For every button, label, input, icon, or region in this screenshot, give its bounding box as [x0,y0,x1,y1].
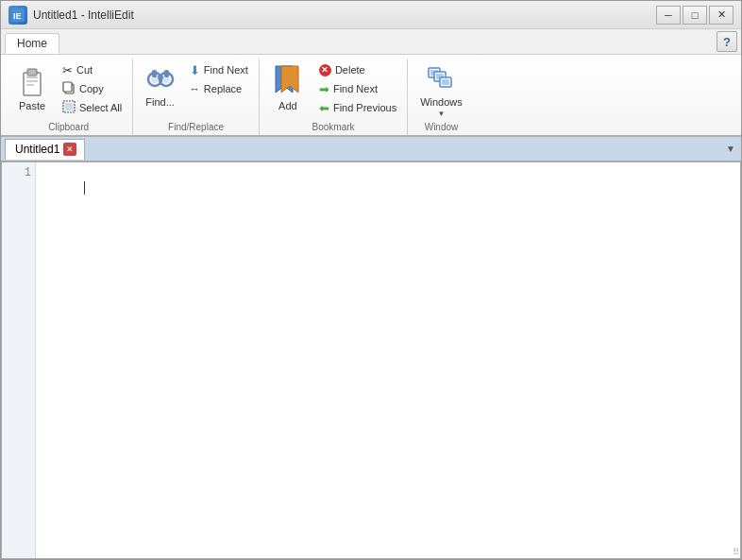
document-tab-label: Untitled1 [15,143,59,156]
clipboard-group: Paste ✂ Cut Co [5,59,133,135]
find-replace-label: Find/Replace [139,120,253,135]
bookmark-icon [272,64,304,98]
add-bookmark-button[interactable]: Add [265,60,311,117]
line-number-1: 1 [2,166,31,179]
copy-icon [62,81,76,96]
bookmark-small-col: ✕ Delete ➡ Find Next ⬅ Find Previous [314,60,401,117]
svg-rect-4 [26,76,38,78]
help-button[interactable]: ? [717,31,737,52]
window-content: Windows ▼ [413,59,469,120]
tab-close-button[interactable]: ✕ [63,143,76,156]
close-button[interactable]: ✕ [709,6,734,25]
replace-icon: ↔ [190,83,200,94]
paste-button[interactable]: Paste [10,60,54,117]
svg-rect-3 [27,69,37,76]
green-arrow-right-icon: ➡ [319,82,329,96]
binoculars-icon [146,64,175,94]
find-button[interactable]: Find... [139,60,181,117]
delete-bookmark-button[interactable]: ✕ Delete [314,60,401,79]
find-replace-group: Find... ⬇ Find Next ↔ Replace Find/Repla… [133,59,260,135]
windows-button[interactable]: Windows ▼ [413,60,469,117]
editor-container: 1 [1,161,741,559]
bookmark-label: Bookmark [265,120,401,135]
replace-button[interactable]: ↔ Replace [185,79,253,98]
scissors-icon: ✂ [62,63,73,77]
find-next-icon: ⬇ [190,63,200,77]
select-all-icon [62,100,76,115]
editor-content[interactable] [36,162,740,558]
svg-rect-6 [26,84,34,86]
green-arrow-left-icon: ⬅ [319,101,329,115]
find-next-bookmark-button[interactable]: ➡ Find Next [314,79,401,98]
text-cursor [84,181,85,195]
bookmark-content: Add ✕ Delete ➡ Find Next ⬅ [265,59,401,120]
delete-icon: ✕ [319,63,331,76]
windows-dropdown-arrow: ▼ [438,110,446,118]
tab-home[interactable]: Home [5,33,59,54]
find-previous-bookmark-button[interactable]: ⬅ Find Previous [314,98,401,117]
select-all-button[interactable]: Select All [58,98,126,117]
svg-rect-10 [65,103,73,110]
clipboard-small-col: ✂ Cut Copy [58,60,126,117]
find-replace-small-col: ⬇ Find Next ↔ Replace [185,60,253,117]
tab-dropdown-button[interactable]: ▼ [722,140,739,159]
find-next-button[interactable]: ⬇ Find Next [185,60,253,79]
cut-button[interactable]: ✂ Cut [58,60,126,79]
find-replace-content: Find... ⬇ Find Next ↔ Replace [139,59,253,120]
clipboard-content: Paste ✂ Cut Co [10,59,126,120]
title-bar-left: IE Untitled1 - IntelliEdit [8,6,134,25]
maximize-button[interactable]: □ [683,6,707,25]
ribbon: Paste ✂ Cut Co [1,54,741,137]
resize-grip[interactable]: ⠿ [733,547,739,557]
copy-button[interactable]: Copy [58,79,126,98]
title-bar-controls: ─ □ ✕ [656,6,734,25]
svg-rect-5 [26,80,38,82]
application-window: IE Untitled1 - IntelliEdit ─ □ ✕ Home ? [0,0,742,560]
svg-rect-8 [63,82,72,92]
windows-icon [427,64,455,94]
window-title: Untitled1 - IntelliEdit [33,8,134,22]
svg-rect-16 [152,70,157,77]
document-tab[interactable]: Untitled1 ✕ [5,139,85,160]
ribbon-tab-row: Home ? [1,29,741,54]
tab-bar: Untitled1 ✕ ▼ [1,137,741,161]
title-bar: IE Untitled1 - IntelliEdit ─ □ ✕ [1,1,741,29]
line-numbers: 1 [2,162,36,558]
svg-rect-25 [442,79,449,85]
clipboard-label: Clipboard [10,120,126,135]
svg-rect-17 [164,70,169,77]
bookmark-group: Add ✕ Delete ➡ Find Next ⬅ [260,59,408,135]
svg-text:IE: IE [13,11,22,21]
minimize-button[interactable]: ─ [656,6,681,25]
paste-icon [17,64,47,98]
app-icon: IE [8,6,27,25]
window-group: Windows ▼ Window [408,59,475,135]
window-label: Window [413,120,469,135]
